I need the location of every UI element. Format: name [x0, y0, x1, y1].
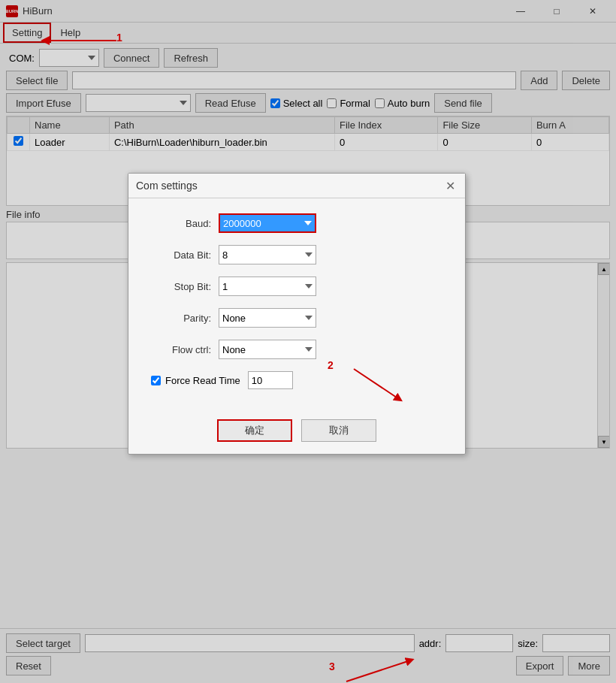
force-read-row: Force Read Time 10	[151, 371, 442, 389]
baud-select[interactable]: 2000000 115200 921600	[219, 213, 316, 233]
flow-ctrl-row: Flow ctrl: None RTS/CTS	[151, 340, 442, 359]
force-read-input[interactable]: 10	[248, 371, 293, 389]
parity-select[interactable]: None Even Odd	[219, 308, 316, 328]
com-settings-modal: Com settings ✕ 2 Baud: 2000000 115200 92…	[128, 173, 466, 455]
baud-label: Baud:	[151, 218, 219, 229]
confirm-button[interactable]: 确定	[217, 419, 292, 442]
parity-row: Parity: None Even Odd	[151, 308, 442, 328]
flow-ctrl-label: Flow ctrl:	[151, 344, 219, 355]
data-bit-row: Data Bit: 8 7	[151, 245, 442, 264]
modal-title-bar: Com settings ✕	[128, 174, 465, 198]
cancel-button[interactable]: 取消	[301, 419, 376, 442]
flow-ctrl-select[interactable]: None RTS/CTS	[219, 340, 316, 359]
stop-bit-label: Stop Bit:	[151, 281, 219, 292]
parity-label: Parity:	[151, 313, 219, 324]
data-bit-select[interactable]: 8 7	[219, 245, 316, 264]
stop-bit-select[interactable]: 1 2	[219, 277, 316, 296]
modal-footer: 确定 取消	[128, 413, 465, 454]
modal-body: Baud: 2000000 115200 921600 Data Bit: 8 …	[128, 198, 465, 413]
data-bit-label: Data Bit:	[151, 249, 219, 261]
modal-close-button[interactable]: ✕	[442, 178, 457, 193]
svg-line-2	[346, 660, 410, 681]
modal-title: Com settings	[136, 180, 198, 192]
force-read-checkbox[interactable]	[151, 376, 161, 385]
annotation-3: 3	[329, 660, 335, 672]
stop-bit-row: Stop Bit: 1 2	[151, 277, 442, 296]
annotation-arrow-3	[343, 653, 418, 683]
force-read-label: Force Read Time	[165, 375, 240, 386]
modal-overlay: Com settings ✕ 2 Baud: 2000000 115200 92…	[0, 0, 616, 683]
baud-row: Baud: 2000000 115200 921600	[151, 213, 442, 233]
